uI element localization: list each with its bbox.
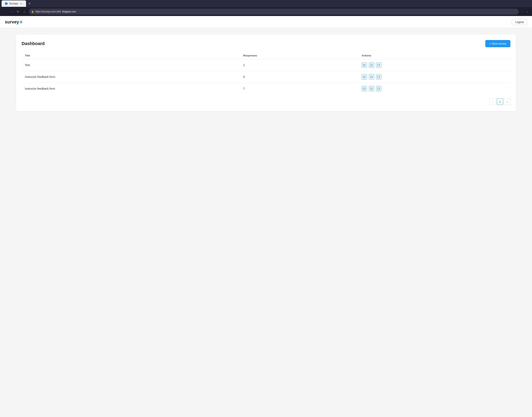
logo-text: survey [5,19,19,25]
edit-survey-icon[interactable] [362,74,367,79]
tab-title: Surveyo [9,2,18,5]
action-icons-group [362,74,507,79]
browser-navigation-bar: ← → ↻ ⌂ 🔒 https://surveyo.one-click theg… [0,7,532,16]
survey-actions-cell [358,83,510,95]
edit-survey-icon[interactable] [362,63,367,68]
table-row: Instructor feedback form.0 [22,71,510,83]
edit-survey-icon[interactable] [362,86,367,91]
logo-dot [20,21,22,23]
svg-line-20 [378,88,379,89]
panel-header: Dashboard + New survey [22,40,510,47]
tab-close-button[interactable]: ✕ [20,2,23,5]
action-icons-group [362,86,507,91]
browser-toolbar-icons: ⋯ ☆ [520,10,530,14]
table-row: Test1 [22,59,510,71]
col-title: Title [22,52,240,59]
table-row: Instructor feedback form7 [22,83,510,95]
survey-table: Title Responses Actions Test1Instructor … [22,52,510,94]
active-tab[interactable]: Surveyo ✕ [2,0,26,7]
logout-button[interactable]: Logout [512,19,527,25]
next-page-button[interactable]: › [504,98,510,105]
dashboard-panel: Dashboard + New survey Title Responses A… [16,34,516,111]
survey-responses-cell: 0 [240,71,358,83]
col-actions: Actions [358,52,510,59]
reload-button[interactable]: ↻ [15,9,21,14]
home-button[interactable]: ⌂ [22,9,27,14]
url-prefix: https://surveyo.one-click [35,10,61,13]
url-domain: thegaas.com [62,10,76,13]
survey-responses-cell: 7 [240,83,358,95]
survey-actions-cell [358,59,510,71]
app-container: survey Logout Dashboard + New survey Tit… [0,16,532,417]
chart-survey-icon[interactable] [369,74,374,79]
logo: survey [5,19,22,25]
table-header: Title Responses Actions [22,52,510,59]
pagination: ‹ 1 › [22,98,510,105]
share-survey-icon[interactable] [376,63,381,68]
share-survey-icon[interactable] [376,74,381,79]
browser-tab-bar: Surveyo ✕ + [0,0,532,7]
survey-title-cell: Instructor feedback form [22,83,240,95]
app-header: survey Logout [0,16,532,28]
new-tab-button[interactable]: + [27,1,33,6]
main-content: Dashboard + New survey Title Responses A… [0,28,532,118]
new-survey-button[interactable]: + New survey [485,40,510,47]
address-bar[interactable]: 🔒 https://surveyo.one-click thegaas.com [29,9,519,15]
tab-favicon [5,2,8,5]
survey-actions-cell [358,71,510,83]
chart-survey-icon[interactable] [369,63,374,68]
dashboard-title: Dashboard [22,41,45,46]
chart-survey-icon[interactable] [369,86,374,91]
svg-line-6 [378,65,379,65]
bookmark-icon[interactable]: ☆ [526,10,530,14]
back-button[interactable]: ← [2,9,8,14]
svg-line-13 [378,76,379,77]
lock-icon: 🔒 [31,10,34,13]
survey-responses-cell: 1 [240,59,358,71]
survey-title-cell: Instructor feedback form. [22,71,240,83]
survey-title-cell: Test [22,59,240,71]
table-body: Test1Instructor feedback form.0Instructo… [22,59,510,95]
prev-page-button[interactable]: ‹ [489,98,496,105]
page-1-button[interactable]: 1 [497,98,503,105]
share-survey-icon[interactable] [376,86,381,91]
nav-controls: ← → ↻ ⌂ [2,9,27,14]
extensions-icon[interactable]: ⋯ [520,10,524,14]
forward-button[interactable]: → [9,9,14,14]
col-responses: Responses [240,52,358,59]
action-icons-group [362,63,507,68]
